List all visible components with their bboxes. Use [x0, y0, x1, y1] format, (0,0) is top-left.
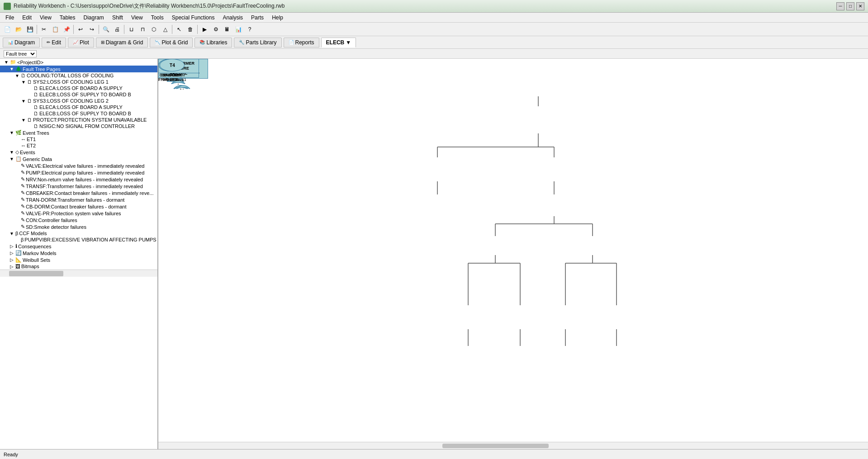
sidebar-item-tran-dorm[interactable]: ✎ TRAN-DORM:Transformer failures - dorma… [0, 196, 157, 203]
tab-libraries[interactable]: 📚 Libraries [194, 38, 232, 47]
node-t4[interactable]: T4 TRAN-DORMFR=0.08 Tau=1 [158, 59, 186, 82]
tab-edit[interactable]: ✏ Edit [42, 38, 66, 47]
menu-file[interactable]: File [2, 14, 18, 22]
tb-copy[interactable]: 📋 [50, 24, 61, 35]
expander-weibull[interactable]: ▷ [9, 257, 14, 262]
expander-valve[interactable] [14, 163, 20, 168]
sidebar-item-events[interactable]: ▼ ◇ Events [0, 149, 157, 156]
menu-analysis[interactable]: Analysis [219, 14, 247, 22]
menu-view2[interactable]: View [128, 14, 147, 22]
sidebar-item-sd[interactable]: ✎ SD:Smoke detector failures [0, 223, 157, 230]
sidebar-item-valve[interactable]: ✎ VALVE:Electrical valve failures - imme… [0, 162, 157, 169]
node-t4-circle[interactable]: T4 [160, 59, 185, 71]
sidebar-item-transf[interactable]: ✎ TRANSF:Transformer failures - immediat… [0, 183, 157, 189]
tab-parts-library[interactable]: 🔧 Parts Library [234, 38, 281, 47]
sidebar-item-protect[interactable]: ▼ 🗋 PROTECT:PROTECTION SYSTEM UNAVAILABL… [0, 117, 157, 123]
expander-sd[interactable] [14, 224, 20, 229]
tb-select[interactable]: ↖ [174, 24, 185, 35]
tab-diagram[interactable]: 📊 Diagram [3, 38, 40, 47]
minimize-button[interactable]: ─ [836, 2, 844, 10]
sidebar-item-elecb-sys2[interactable]: 🗋 ELECB:LOSS OF SUPPLY TO BOARD B [0, 91, 157, 98]
expander-ft[interactable]: ▼ [9, 66, 14, 71]
sidebar-item-sys3[interactable]: ▼ 🗋 SYS3:LOSS OF COOLING LEG 2 [0, 98, 157, 104]
tab-reports[interactable]: 📄 Reports [284, 38, 319, 47]
menu-edit[interactable]: Edit [19, 14, 35, 22]
expander-con[interactable] [14, 218, 20, 222]
tb-paste[interactable]: 📌 [61, 24, 72, 35]
menu-shift[interactable]: Shift [109, 14, 127, 22]
menu-help[interactable]: Help [268, 14, 287, 22]
expander-et1[interactable] [14, 137, 20, 142]
tree-type-select[interactable]: Fault tree Event tree [4, 50, 37, 57]
tb-delete[interactable]: 🗑 [185, 24, 196, 35]
sidebar-item-event-trees[interactable]: ▼ 🌿 Event Trees [0, 129, 157, 136]
expander-consequences[interactable]: ▷ [9, 244, 14, 249]
sidebar-item-pump[interactable]: ✎ PUMP:Electrical pump failures - immedi… [0, 169, 157, 176]
expander-eleca-sys2[interactable] [27, 86, 33, 91]
sidebar-item-cb-dorm[interactable]: ✎ CB-DORM:Contact breaker failures - dor… [0, 203, 157, 210]
menu-diagram[interactable]: Diagram [80, 14, 108, 22]
menu-view[interactable]: View [36, 14, 55, 22]
sidebar-item-valve-pr[interactable]: ✎ VALVE-PR:Protection system valve failu… [0, 210, 157, 217]
sidebar-item-fault-tree-pages[interactable]: ▼ 🌲 Fault Tree Pages [0, 66, 157, 72]
tb-open[interactable]: 📂 [13, 24, 24, 35]
tab-plot-grid[interactable]: 📉 Plot & Grid [150, 38, 193, 47]
sidebar-item-generic-data[interactable]: ▼ 📋 Generic Data [0, 156, 157, 162]
expander-valve-pr[interactable] [14, 211, 20, 216]
expander-ccf[interactable]: ▼ [9, 231, 14, 236]
expander-cbreaker[interactable] [14, 190, 20, 195]
tab-diagram-grid[interactable]: ⊞ Diagram & Grid [96, 38, 148, 47]
tb-help[interactable]: ? [244, 24, 255, 35]
tab-elecb[interactable]: ELECB ▼ [321, 38, 356, 47]
sidebar-item-nrv[interactable]: ✎ NRV:Non-return valve failures - immedi… [0, 176, 157, 183]
expander-bitmaps[interactable]: ▷ [9, 264, 14, 269]
sidebar-item-cooling[interactable]: ▼ 🗋 COOLING:TOTAL LOSS OF COOLING [0, 72, 157, 79]
expander-sys2[interactable]: ▼ [21, 80, 26, 85]
expander-sys3[interactable]: ▼ [21, 99, 26, 104]
expander-pumpvibr[interactable] [14, 237, 20, 242]
tb-save[interactable]: 💾 [24, 24, 35, 35]
expander-events[interactable]: ▼ [9, 150, 14, 155]
expander-transf[interactable] [14, 184, 20, 189]
scrollbar-thumb-h[interactable] [442, 444, 549, 448]
tb-print[interactable]: 🖨 [112, 24, 123, 35]
tb-run[interactable]: ▶ [199, 24, 210, 35]
menu-special[interactable]: Special Functions [168, 14, 218, 22]
sidebar-scrollbar[interactable] [0, 270, 157, 277]
expander-project[interactable]: ▼ [4, 60, 9, 65]
tb-new[interactable]: 📄 [2, 24, 13, 35]
close-button[interactable]: ✕ [856, 2, 864, 10]
sidebar-item-et2[interactable]: ↔ ET2 [0, 142, 157, 149]
tab-plot[interactable]: 📈 Plot [68, 38, 94, 47]
sidebar-item-weibull[interactable]: ▷ 📐 Weibull Sets [0, 256, 157, 263]
sidebar-item-con[interactable]: ✎ CON:Controller failures [0, 217, 157, 223]
sidebar-item-elecb-sys3[interactable]: 🗋 ELECB:LOSS OF SUPPLY TO BOARD B [0, 110, 157, 117]
sidebar-item-eleca-sys3[interactable]: 🗋 ELECA:LOSS OF BOARD A SUPPLY [0, 104, 157, 110]
expander-eleca-sys3[interactable] [27, 105, 33, 110]
menu-tables[interactable]: Tables [56, 14, 79, 22]
expander-elecb-sys2[interactable] [27, 92, 33, 97]
menu-tools[interactable]: Tools [147, 14, 167, 22]
expander-protect[interactable]: ▼ [21, 118, 26, 123]
tb-redo[interactable]: ↪ [86, 24, 97, 35]
tb-event[interactable]: ⬡ [148, 24, 159, 35]
expander-cb-dorm[interactable] [14, 204, 20, 209]
canvas-scrollbar-h[interactable] [158, 442, 868, 449]
expander-tran-dorm[interactable] [14, 197, 20, 202]
sidebar-item-project[interactable]: ▼ 📁 <ProjectID> [0, 59, 157, 66]
tb-cut[interactable]: ✂ [38, 24, 49, 35]
sidebar-item-ccf-models[interactable]: ▼ β CCF Models [0, 230, 157, 237]
expander-pump[interactable] [14, 170, 20, 175]
expander-event[interactable]: ▼ [9, 130, 14, 135]
sidebar-item-et1[interactable]: ↔ ET1 [0, 136, 157, 142]
tb-chart[interactable]: 📊 [233, 24, 244, 35]
tb-or-gate[interactable]: ⊔ [126, 24, 137, 35]
expander-nrv[interactable] [14, 177, 20, 182]
canvas-area[interactable]: LOSS OFSUPPLY TOBOARD B ELECB [158, 59, 868, 449]
sidebar-item-markov[interactable]: ▷ 🔄 Markov Models [0, 250, 157, 256]
maximize-button[interactable]: □ [846, 2, 854, 10]
expander-markov[interactable]: ▷ [9, 251, 14, 256]
sidebar-item-consequences[interactable]: ▷ ℹ Consequences [0, 243, 157, 250]
sidebar-item-nsigc[interactable]: 🗋 NSIGC:NO SIGNAL FROM CONTROLLER [0, 123, 157, 129]
tb-and-gate[interactable]: ⊓ [137, 24, 148, 35]
